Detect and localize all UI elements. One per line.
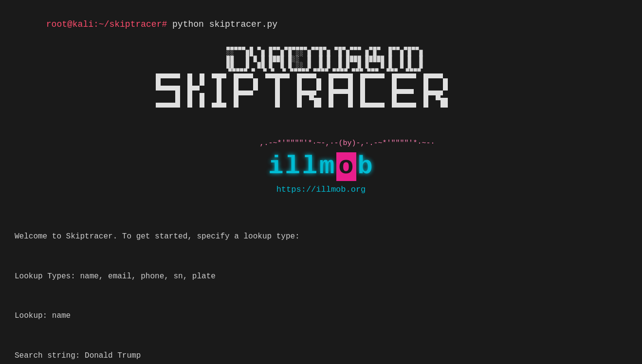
svg-rect-40 — [440, 98, 448, 108]
prompt-command: python skiptracer.py — [167, 19, 277, 29]
svg-rect-1 — [156, 73, 161, 86]
terminal-output: Welcome to Skiptracer. To get started, s… — [15, 204, 627, 364]
lookup-types-line: Lookup Types: name, email, phone, sn, pl… — [15, 270, 627, 283]
svg-rect-36 — [428, 73, 443, 78]
svg-rect-4 — [156, 103, 180, 108]
svg-rect-12 — [234, 73, 238, 108]
svg-rect-2 — [156, 86, 180, 91]
svg-rect-11 — [212, 103, 226, 108]
svg-rect-23 — [314, 98, 321, 108]
illmob-l2: l — [302, 152, 318, 181]
illmob-o: o — [336, 152, 356, 181]
ascii-art-banner: ▄▄▄▄▄ ▄ ▄ ▄▄▄ ▄▄▄▄▄▄ ▄▄▄▄ ▄▄▄ ▄▄▄ ▄▄▄ ▄▄… — [15, 44, 627, 137]
svg-rect-18 — [297, 73, 302, 108]
svg-rect-34 — [397, 103, 416, 108]
illmob-url: https://illmob.org — [15, 185, 627, 194]
welcome-line: Welcome to Skiptracer. To get started, s… — [15, 230, 627, 243]
svg-rect-17 — [275, 78, 280, 108]
svg-rect-25 — [333, 73, 348, 78]
svg-rect-31 — [392, 73, 397, 108]
svg-rect-7 — [200, 73, 204, 86]
svg-rect-37 — [443, 78, 448, 91]
svg-rect-3 — [175, 91, 180, 103]
svg-rect-27 — [333, 89, 348, 94]
svg-rect-26 — [348, 73, 353, 108]
svg-rect-30 — [360, 103, 385, 108]
illmob-m: m — [319, 152, 335, 181]
illmob-i: i — [268, 152, 284, 181]
skiptracer-pixel-art — [15, 71, 627, 137]
svg-rect-13 — [238, 73, 253, 78]
svg-rect-24 — [329, 73, 333, 108]
svg-rect-5 — [187, 73, 192, 108]
svg-rect-10 — [217, 78, 221, 103]
svg-rect-32 — [397, 73, 416, 78]
svg-rect-33 — [397, 89, 414, 94]
svg-rect-15 — [238, 91, 253, 95]
svg-rect-39 — [436, 95, 440, 100]
illmob-l1: l — [285, 152, 301, 181]
svg-rect-14 — [253, 78, 258, 91]
svg-rect-19 — [302, 73, 316, 78]
svg-rect-8 — [200, 93, 204, 108]
svg-rect-38 — [428, 91, 443, 95]
terminal-window: root@kali:~/skiptracer# python skiptrace… — [15, 10, 627, 364]
byline: ,.-~*'""""'*·~-,·-(by)-,·.-~*'""""'*·~-· — [15, 139, 627, 147]
svg-rect-20 — [316, 78, 321, 91]
svg-rect-29 — [360, 73, 365, 108]
skiptracer-ascii: ▄▄▄▄▄ ▄ ▄ ▄▄▄ ▄▄▄▄▄▄ ▄▄▄▄ ▄▄▄ ▄▄▄ ▄▄▄ ▄▄… — [219, 44, 423, 74]
terminal-prompt-line: root@kali:~/skiptracer# python skiptrace… — [15, 10, 627, 39]
svg-rect-35 — [423, 73, 428, 108]
illmob-logo: i l l m o b — [15, 152, 627, 181]
prompt-user: root@kali:~/skiptracer — [46, 19, 162, 29]
svg-rect-21 — [302, 91, 316, 95]
lookup-line: Lookup: name — [15, 309, 627, 323]
svg-rect-9 — [212, 73, 226, 78]
search-string-line: Search string: Donald Trump — [15, 349, 627, 363]
svg-rect-16 — [265, 73, 290, 78]
illmob-b: b — [357, 152, 373, 181]
svg-rect-22 — [309, 95, 314, 100]
svg-rect-6 — [192, 86, 200, 91]
prompt-hash: # — [162, 19, 167, 29]
